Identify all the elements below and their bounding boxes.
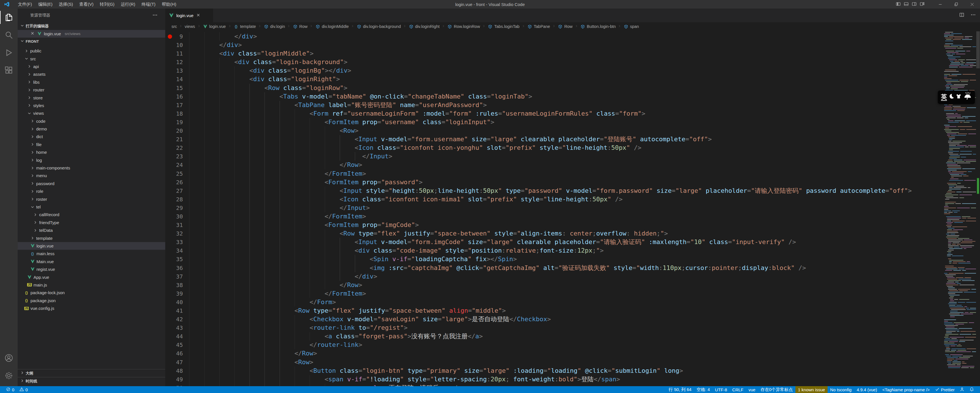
close-editor-icon[interactable] bbox=[30, 31, 35, 37]
tree-item-login.vue[interactable]: login.vue bbox=[18, 242, 165, 250]
line-number[interactable]: 26 bbox=[165, 178, 189, 186]
tree-item-package.json[interactable]: {}package.json bbox=[18, 297, 165, 304]
line-number[interactable]: 34 bbox=[165, 246, 189, 255]
open-editor-item[interactable]: login.vuesrc\views bbox=[18, 30, 165, 38]
open-editors-header[interactable]: 打开的编辑器 bbox=[18, 22, 165, 30]
tree-item-main.less[interactable]: {}main.less bbox=[18, 250, 165, 258]
line-number[interactable]: 21 bbox=[165, 135, 189, 143]
close-window-button[interactable] bbox=[964, 0, 980, 8]
timeline-section[interactable]: 时间线 bbox=[18, 377, 165, 385]
minimap[interactable] bbox=[942, 31, 976, 386]
tree-item-friendType[interactable]: friendType bbox=[18, 219, 165, 226]
line-number[interactable]: 14 bbox=[165, 75, 189, 83]
tree-item-App.vue[interactable]: App.vue bbox=[18, 273, 165, 281]
tree-item-dict[interactable]: dict bbox=[18, 133, 165, 140]
tree-item-styles[interactable]: styles bbox=[18, 102, 165, 109]
project-header[interactable]: FRONT bbox=[18, 38, 165, 45]
scrollbar-thumb[interactable] bbox=[976, 31, 980, 68]
menu-item-2[interactable]: 选择(S) bbox=[56, 0, 76, 8]
tree-item-log[interactable]: log bbox=[18, 156, 165, 164]
menu-item-1[interactable]: 编辑(E) bbox=[35, 0, 56, 8]
tree-item-vue.config.js[interactable]: JSvue.config.js bbox=[18, 304, 165, 312]
activity-run-debug[interactable] bbox=[0, 44, 18, 62]
activity-search[interactable] bbox=[0, 26, 18, 44]
line-number[interactable]: 31 bbox=[165, 221, 189, 229]
line-number[interactable]: 36 bbox=[165, 264, 189, 272]
breadcrumb-item[interactable]: div.login-background bbox=[356, 24, 401, 29]
line-number[interactable]: 24 bbox=[165, 161, 189, 169]
code-line[interactable]: 45</router-link> bbox=[165, 340, 980, 349]
activity-explorer[interactable] bbox=[0, 8, 18, 26]
breadcrumb-item[interactable]: div.loginMiddle bbox=[315, 24, 349, 29]
code-line[interactable]: 48<Button class="login-btn" type="primar… bbox=[165, 366, 980, 375]
status-abnormal-punctuation[interactable]: 存在0个异常标点 bbox=[758, 386, 795, 393]
line-number[interactable]: 49 bbox=[165, 375, 189, 383]
status-warnings[interactable]: 0 bbox=[17, 386, 30, 393]
editor-more-actions-icon[interactable] bbox=[970, 12, 976, 19]
breadcrumb-item[interactable]: {}template bbox=[234, 24, 256, 29]
code-line[interactable]: 32<Row type="flex" justify="space-betwee… bbox=[165, 229, 980, 238]
code-line[interactable]: 22<Icon class="iconfont icon-yonghu" slo… bbox=[165, 143, 980, 152]
split-editor-icon[interactable] bbox=[959, 12, 965, 19]
tree-item-router[interactable]: router bbox=[18, 86, 165, 94]
menu-item-6[interactable]: 终端(T) bbox=[138, 0, 159, 8]
tree-item-password[interactable]: password bbox=[18, 180, 165, 188]
breadcrumb-item[interactable]: span bbox=[623, 24, 639, 29]
status-errors[interactable]: 0 bbox=[3, 386, 17, 393]
breadcrumb-item[interactable]: Button.login-btn bbox=[580, 24, 616, 29]
code-line[interactable]: 18<Form ref="usernameLoginForm" :model="… bbox=[165, 109, 980, 118]
tree-item-regist.vue[interactable]: regist.vue bbox=[18, 266, 165, 273]
code-line[interactable]: 11<div class="loginMiddle"> bbox=[165, 49, 980, 58]
code-line[interactable]: 12<div class="login-background"> bbox=[165, 58, 980, 66]
line-number[interactable]: 16 bbox=[165, 92, 189, 101]
close-tab-icon[interactable] bbox=[196, 13, 200, 18]
tree-item-main-components[interactable]: main-components bbox=[18, 164, 165, 172]
umbrella-icon[interactable] bbox=[963, 92, 972, 102]
line-number[interactable]: 41 bbox=[165, 306, 189, 315]
code-line[interactable]: 50<span v-else>正在登陆，请稍后...</span> bbox=[165, 383, 980, 386]
moon-icon[interactable] bbox=[949, 93, 955, 101]
status-eol[interactable]: CRLF bbox=[730, 386, 746, 393]
code-line[interactable]: 21<Input v-model="form.username" size="l… bbox=[165, 135, 980, 143]
code-line[interactable]: 16<Tabs v-model="tabName" @on-click="cha… bbox=[165, 92, 980, 101]
code-line[interactable]: 41<Row type="flex" justify="space-betwee… bbox=[165, 306, 980, 315]
code-line[interactable]: 47<Row> bbox=[165, 358, 980, 366]
status-feedback[interactable] bbox=[957, 386, 967, 393]
line-number[interactable]: 28 bbox=[165, 195, 189, 204]
code-line[interactable]: 33<Input v-model="form.imgCode" size="la… bbox=[165, 238, 980, 246]
line-number[interactable]: 32 bbox=[165, 229, 189, 238]
line-number[interactable]: 40 bbox=[165, 298, 189, 306]
status-notifications[interactable] bbox=[967, 386, 977, 393]
tree-item-telData[interactable]: telData bbox=[18, 226, 165, 234]
tree-item-main.js[interactable]: JSmain.js bbox=[18, 281, 165, 289]
tree-item-role[interactable]: role bbox=[18, 188, 165, 195]
code-line[interactable]: 46</Row> bbox=[165, 349, 980, 358]
line-number[interactable]: 43 bbox=[165, 323, 189, 332]
tree-item-store[interactable]: store bbox=[18, 94, 165, 101]
status-prettier[interactable]: Prettier bbox=[932, 386, 957, 393]
code-line[interactable]: 28<Icon class="iconfont icon-mima1" slot… bbox=[165, 195, 980, 204]
line-number[interactable]: 38 bbox=[165, 281, 189, 290]
line-number[interactable]: 44 bbox=[165, 332, 189, 340]
code-line[interactable]: 36<img :src="captchaImg" @click="getCapt… bbox=[165, 264, 980, 272]
tree-item-demo[interactable]: demo bbox=[18, 125, 165, 133]
restore-button[interactable] bbox=[948, 0, 964, 8]
line-number[interactable]: 39 bbox=[165, 290, 189, 298]
line-number[interactable]: 25 bbox=[165, 169, 189, 178]
code-line[interactable]: 13<div class="loginBg"></div> bbox=[165, 66, 980, 75]
line-number[interactable]: 10 bbox=[165, 41, 189, 49]
line-number[interactable]: 27 bbox=[165, 186, 189, 195]
tree-item-assets[interactable]: assets bbox=[18, 70, 165, 78]
line-number[interactable]: 45 bbox=[165, 340, 189, 349]
menu-item-3[interactable]: 查看(V) bbox=[76, 0, 97, 8]
code-line[interactable]: 19<FormItem prop="username" class="login… bbox=[165, 118, 980, 126]
line-number[interactable]: 11 bbox=[165, 49, 189, 58]
line-number[interactable]: 30 bbox=[165, 212, 189, 221]
code-line[interactable]: 37</div> bbox=[165, 272, 980, 281]
outline-section[interactable]: 大纲 bbox=[18, 369, 165, 377]
line-number[interactable]: 35 bbox=[165, 255, 189, 263]
breadcrumb-item[interactable]: div.login bbox=[264, 24, 285, 29]
code-line[interactable]: 24</Row> bbox=[165, 161, 980, 169]
line-number[interactable]: 19 bbox=[165, 118, 189, 126]
tree-item-api[interactable]: api bbox=[18, 63, 165, 70]
